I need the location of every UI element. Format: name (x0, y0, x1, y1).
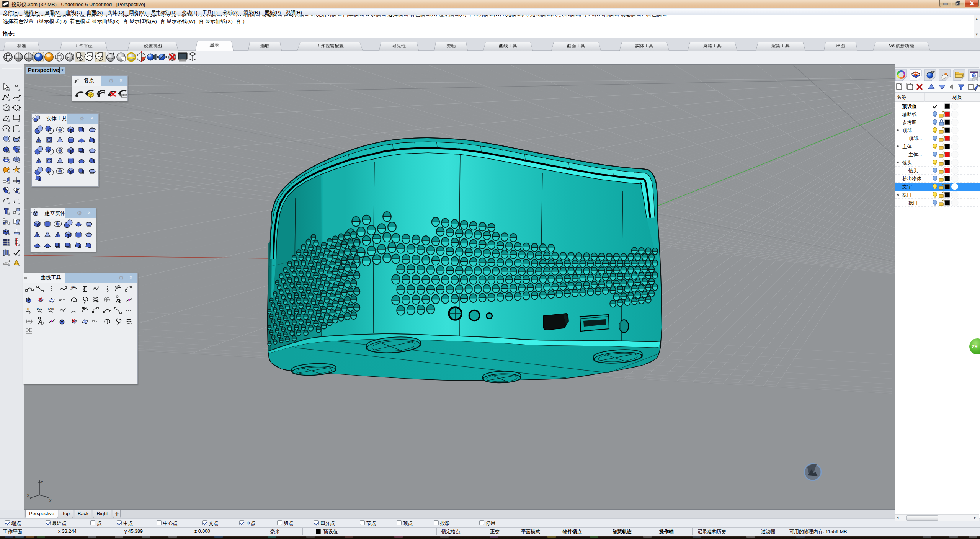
svg-text:x: x (27, 493, 29, 497)
svg-text:y: y (49, 497, 52, 502)
svg-text:FAIR: FAIR (48, 307, 54, 310)
svg-text:FIT: FIT (26, 307, 30, 310)
svg-text:29: 29 (972, 343, 978, 350)
svg-text:z: z (41, 480, 43, 484)
svg-text:02: 02 (71, 286, 75, 289)
svg-text:DEG: DEG (37, 307, 43, 310)
